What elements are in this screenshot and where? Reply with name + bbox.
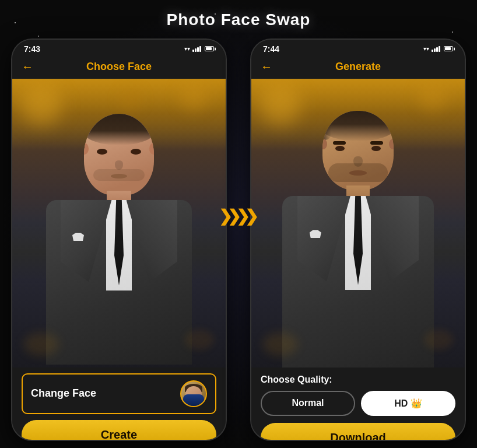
quality-options: Normal HD 👑 <box>261 391 455 416</box>
left-phone: 7:43 ▾▾ ← Choose Face <box>11 38 227 441</box>
left-time: 7:43 <box>24 44 40 54</box>
download-button[interactable]: Download <box>261 423 455 441</box>
left-nav-title: Choose Face <box>86 61 152 73</box>
right-phone: 7:44 ▾▾ ← Generate <box>250 38 466 441</box>
battery-icon-right <box>444 46 453 51</box>
quality-label: Choose Quality: <box>261 374 455 385</box>
phones-container: 7:43 ▾▾ ← Choose Face <box>9 40 468 439</box>
normal-quality-button[interactable]: Normal <box>261 391 355 416</box>
battery-icon <box>205 46 214 51</box>
right-status-icons: ▾▾ <box>423 46 453 52</box>
right-time: 7:44 <box>263 44 279 54</box>
create-button[interactable]: Create <box>22 420 216 441</box>
right-status-bar: 7:44 ▾▾ <box>251 40 465 56</box>
transition-arrows: ❯ ❯ ❯ ❯ <box>221 206 256 226</box>
wifi-icon-right: ▾▾ <box>423 46 429 52</box>
chevron-right-icon-4: ❯ <box>245 206 258 226</box>
left-phone-bottom: Change Face Create <box>12 368 226 441</box>
change-face-button[interactable]: Change Face <box>22 373 216 414</box>
person-figure-left <box>43 114 195 365</box>
wifi-icon: ▾▾ <box>184 46 190 52</box>
avatar-body <box>183 394 204 406</box>
left-nav-bar: ← Choose Face <box>12 56 226 79</box>
page-title: Photo Face Swap <box>0 10 477 29</box>
left-back-button[interactable]: ← <box>22 60 33 74</box>
right-nav-bar: ← Generate <box>251 56 465 79</box>
signal-icon-right <box>432 46 440 52</box>
left-status-icons: ▾▾ <box>184 46 214 52</box>
person-figure-right <box>279 111 437 368</box>
right-nav-title: Generate <box>335 61 381 73</box>
face-avatar <box>180 380 207 407</box>
right-photo-area <box>251 79 465 368</box>
left-photo-area <box>12 79 226 368</box>
left-status-bar: 7:43 ▾▾ <box>12 40 226 56</box>
quality-section: Choose Quality: Normal HD 👑 Download <box>251 368 465 441</box>
change-face-label: Change Face <box>31 387 96 400</box>
right-back-button[interactable]: ← <box>261 60 272 74</box>
signal-icon <box>192 46 201 52</box>
hd-quality-button[interactable]: HD 👑 <box>361 391 455 416</box>
